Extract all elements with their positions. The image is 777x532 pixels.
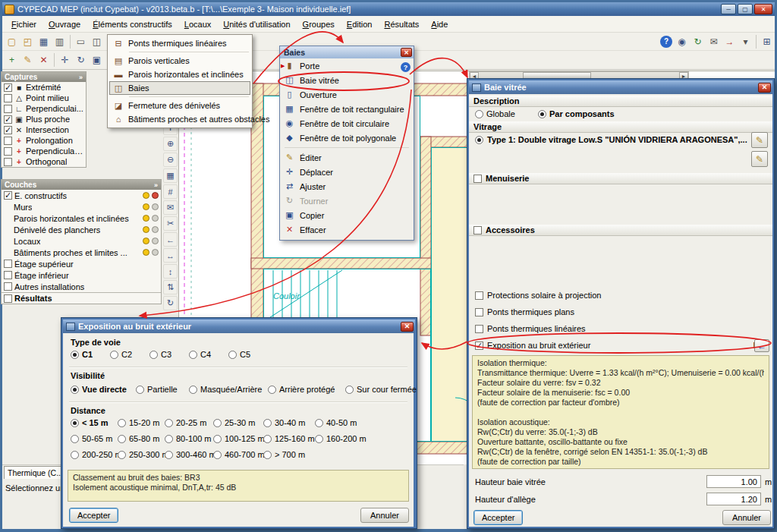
tool-fenetre-rectangulaire[interactable]: ▦ Fenêtre de toit rectangulaire: [280, 102, 414, 116]
accept-button[interactable]: Accepter: [69, 508, 118, 523]
lock-dot[interactable]: [152, 249, 159, 256]
layers-tool-icon[interactable]: ▦: [163, 168, 178, 183]
check-ponts-lineaires[interactable]: Ponts thermiques linéaires: [475, 324, 586, 333]
swap-icon[interactable]: ⇅: [163, 280, 178, 294]
radio-distance[interactable]: 50-65 m: [71, 434, 118, 443]
layer-row[interactable]: E. constructifs: [2, 190, 161, 201]
radio-vue-directe[interactable]: Vue directe: [71, 385, 136, 394]
radio-distance[interactable]: 15-20 m: [118, 418, 165, 427]
checkbox[interactable]: [4, 260, 12, 268]
print-icon[interactable]: ▭: [73, 34, 89, 49]
radio-par-composants[interactable]: Par composants: [538, 109, 615, 118]
capture-option[interactable]: ■ Extrémité: [2, 82, 86, 93]
radio-distance[interactable]: 20-25 m: [165, 418, 213, 427]
radio-distance[interactable]: 65-80 m: [118, 434, 165, 443]
more-tools-icon[interactable]: ▾: [738, 34, 753, 49]
cancel-button[interactable]: Annuler: [360, 508, 409, 523]
radio-sur-cour[interactable]: Sur cour fermée: [345, 385, 417, 394]
tool-fenetre-circulaire[interactable]: ◉ Fenêtre de toit circulaire: [280, 116, 414, 131]
capture-option[interactable]: ∟ Perpendiculai...: [2, 103, 86, 114]
back-tool-icon[interactable]: ←: [163, 232, 178, 247]
layer-row[interactable]: Parois horizontales et inclinées: [2, 212, 161, 224]
radio-distance[interactable]: 40-50 m: [315, 418, 411, 427]
close-icon[interactable]: ✕: [401, 322, 414, 332]
menu-item-parois-verticales[interactable]: ▤ Parois verticales: [109, 54, 250, 68]
checkbox[interactable]: [4, 83, 12, 92]
menu-item-baies[interactable]: ◫ Baies: [109, 81, 250, 95]
menuiserie-header[interactable]: Menuiserie: [469, 173, 772, 184]
capture-option[interactable]: ✕ Intersection: [2, 124, 86, 135]
radio-distance[interactable]: > 700 m: [263, 450, 315, 459]
capture-option[interactable]: + Orthogonal: [2, 156, 86, 167]
cut-tool-icon[interactable]: ✂: [163, 216, 178, 231]
visibility-dot[interactable]: [143, 226, 149, 233]
menu-item-parois-horizontales[interactable]: ▬ Parois horizontales et inclinées: [109, 68, 250, 81]
tool-ajuster[interactable]: ⇄ Ajuster: [280, 179, 414, 194]
layer-row[interactable]: Étage inférieur: [2, 269, 161, 281]
checkbox[interactable]: [4, 94, 12, 102]
move-icon[interactable]: ✛: [57, 52, 73, 68]
layer-row[interactable]: Étage supérieur: [2, 258, 161, 269]
checkbox[interactable]: [4, 191, 12, 200]
menu-aide[interactable]: Aide: [425, 17, 454, 31]
help-icon[interactable]: ?: [660, 36, 672, 48]
radio-partielle[interactable]: Partielle: [136, 385, 189, 394]
radio-masquee[interactable]: Masquée/Arrière: [189, 385, 268, 394]
checkbox[interactable]: [475, 308, 483, 316]
maximize-button[interactable]: ▢: [738, 4, 753, 14]
lock-dot[interactable]: [152, 238, 159, 244]
checkbox[interactable]: [4, 271, 12, 279]
radio-c3[interactable]: C3: [149, 350, 189, 359]
web-icon[interactable]: ◉: [674, 34, 690, 49]
check-ponts-plans[interactable]: Ponts thermiques plans: [475, 307, 574, 316]
radio-c4[interactable]: C4: [189, 350, 228, 359]
lock-dot[interactable]: [152, 203, 159, 210]
visibility-dot[interactable]: [143, 249, 149, 256]
radio-distance[interactable]: 100-125 m: [213, 434, 263, 443]
layer-row[interactable]: Locaux: [2, 235, 161, 247]
radio-c2[interactable]: C2: [110, 350, 149, 359]
note-tool-icon[interactable]: ✉: [163, 200, 178, 215]
tool-copier[interactable]: ▣ Copier: [280, 208, 414, 222]
close-icon[interactable]: ✕: [401, 48, 412, 57]
visibility-dot[interactable]: [143, 238, 149, 244]
library-icon[interactable]: ▥: [52, 34, 68, 49]
new-icon[interactable]: ▢: [4, 34, 20, 49]
lock-dot[interactable]: [152, 226, 159, 233]
visibility-dot[interactable]: [143, 192, 149, 199]
tool-porte[interactable]: ▶ ▮ Porte: [280, 58, 414, 73]
radio-distance[interactable]: 25-30 m: [213, 418, 263, 427]
checkbox[interactable]: [4, 126, 12, 134]
close-icon[interactable]: ✕: [758, 83, 771, 93]
check-protections-solaire[interactable]: Protections solaire à projection: [475, 291, 601, 300]
accept-button[interactable]: Accepter: [473, 510, 523, 525]
lock-dot[interactable]: [152, 192, 159, 199]
visibility-dot[interactable]: [143, 215, 149, 222]
fit-height-icon[interactable]: ↕: [163, 264, 178, 279]
menu-locaux[interactable]: Locaux: [178, 17, 217, 31]
checkbox[interactable]: [4, 294, 12, 303]
bruit-dialog-titlebar[interactable]: Exposition au bruit extérieur ✕: [63, 320, 415, 333]
collapse-icon[interactable]: »: [154, 181, 158, 189]
layer-row[interactable]: Résultats: [2, 292, 161, 304]
checkbox[interactable]: [475, 325, 483, 333]
update-icon[interactable]: ↻: [690, 34, 706, 49]
hauteur-baie-input[interactable]: 1.00: [706, 475, 761, 488]
menu-item-batiments-proches[interactable]: ⌂ Bâtiments proches et autres obstacles: [109, 112, 250, 126]
capture-option[interactable]: ▣ Plus proche: [2, 114, 86, 124]
add-icon[interactable]: +: [4, 52, 20, 68]
checkbox[interactable]: [4, 158, 12, 166]
radio-distance[interactable]: 460-700 m: [213, 450, 263, 459]
tab-thermique[interactable]: Thermique (C...: [4, 466, 69, 479]
captures-header[interactable]: Captures »: [2, 72, 86, 82]
radio-distance[interactable]: 250-300 m: [118, 450, 165, 459]
fit-width-icon[interactable]: ↔: [163, 248, 178, 263]
capture-option[interactable]: + Perpendiculaire: [2, 146, 86, 156]
tool-baie-vitree[interactable]: ◫ Baie vitrée: [280, 73, 414, 87]
radio-c5[interactable]: C5: [228, 350, 268, 359]
mail-icon[interactable]: ✉: [706, 34, 722, 49]
checkbox[interactable]: [4, 282, 12, 291]
edit-vitrage-list-icon[interactable]: ✎: [751, 151, 768, 167]
zoom-out-tool-icon[interactable]: ⊖: [163, 153, 178, 167]
checkbox[interactable]: [473, 175, 482, 183]
